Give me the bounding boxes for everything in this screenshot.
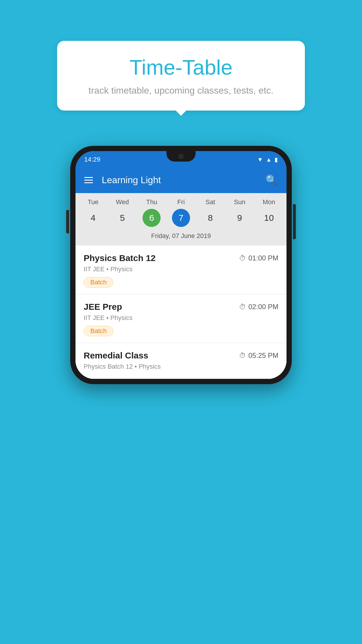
item-title: Remedial Class <box>84 351 148 360</box>
day-name: Wed <box>116 198 129 206</box>
day-cell-mon[interactable]: Mon10 <box>256 198 282 227</box>
phone-screen: 14:29 ▼ ▲ ▮ Learning Light 🔍 <box>75 151 287 379</box>
day-number: 9 <box>231 209 249 227</box>
day-name: Tue <box>88 198 99 206</box>
day-number: 5 <box>113 209 131 227</box>
wifi-icon: ▼ <box>257 156 263 163</box>
speech-bubble-container: Time-Table track timetable, upcoming cla… <box>57 41 305 111</box>
clock-icon: ⏱ <box>239 351 246 360</box>
bubble-subtitle: track timetable, upcoming classes, tests… <box>75 85 287 96</box>
phone-outer: 14:29 ▼ ▲ ▮ Learning Light 🔍 <box>70 146 292 384</box>
item-subtitle: IIT JEE • Physics <box>84 314 278 322</box>
day-number: 7 <box>172 209 190 227</box>
search-icon[interactable]: 🔍 <box>266 174 278 186</box>
phone-notch <box>166 151 196 162</box>
signal-icon: ▲ <box>266 156 272 163</box>
hamburger-menu-icon[interactable] <box>84 177 93 183</box>
selected-date-label: Friday, 07 June 2019 <box>75 229 287 243</box>
phone-mockup: 14:29 ▼ ▲ ▮ Learning Light 🔍 <box>70 146 292 384</box>
day-cell-sun[interactable]: Sun9 <box>226 198 253 227</box>
item-time-value: 05:25 PM <box>248 351 278 360</box>
status-icons: ▼ ▲ ▮ <box>257 156 278 163</box>
day-number: 4 <box>84 209 102 227</box>
day-name: Sun <box>234 198 245 206</box>
day-name: Thu <box>146 198 157 206</box>
day-number: 6 <box>143 209 161 227</box>
front-camera <box>178 154 184 159</box>
day-number: 10 <box>260 209 278 227</box>
calendar-strip: Tue4Wed5Thu6Fri7Sat8Sun9Mon10 Friday, 07… <box>75 193 287 246</box>
clock-icon: ⏱ <box>239 303 246 311</box>
item-tag: Batch <box>84 326 113 336</box>
bubble-title: Time-Table <box>75 55 287 79</box>
day-cell-tue[interactable]: Tue4 <box>80 198 106 227</box>
day-cell-sat[interactable]: Sat8 <box>197 198 224 227</box>
item-subtitle: IIT JEE • Physics <box>84 265 278 273</box>
day-name: Fri <box>177 198 185 206</box>
item-tag: Batch <box>84 277 113 288</box>
day-cell-wed[interactable]: Wed5 <box>109 198 136 227</box>
day-name: Sat <box>205 198 215 206</box>
schedule-item[interactable]: JEE Prep⏱02:00 PMIIT JEE • PhysicsBatch <box>75 294 287 343</box>
schedule-item[interactable]: Physics Batch 12⏱01:00 PMIIT JEE • Physi… <box>75 246 287 294</box>
day-cell-fri[interactable]: Fri7 <box>168 198 194 227</box>
schedule-list: Physics Batch 12⏱01:00 PMIIT JEE • Physi… <box>75 246 287 379</box>
days-row: Tue4Wed5Thu6Fri7Sat8Sun9Mon10 <box>75 198 287 227</box>
item-title: JEE Prep <box>84 302 122 312</box>
day-name: Mon <box>263 198 275 206</box>
speech-bubble: Time-Table track timetable, upcoming cla… <box>57 41 305 111</box>
schedule-item[interactable]: Remedial Class⏱05:25 PMPhysics Batch 12 … <box>75 343 287 379</box>
app-bar-title: Learning Light <box>102 175 257 186</box>
item-time-value: 02:00 PM <box>248 303 278 311</box>
day-number: 8 <box>201 209 219 227</box>
app-bar: Learning Light 🔍 <box>75 167 287 193</box>
clock-icon: ⏱ <box>239 254 246 262</box>
battery-icon: ▮ <box>275 156 278 163</box>
item-subtitle: Physics Batch 12 • Physics <box>84 363 278 370</box>
item-title: Physics Batch 12 <box>84 253 156 263</box>
item-time-value: 01:00 PM <box>248 254 278 262</box>
status-time: 14:29 <box>84 156 100 163</box>
day-cell-thu[interactable]: Thu6 <box>138 198 165 227</box>
